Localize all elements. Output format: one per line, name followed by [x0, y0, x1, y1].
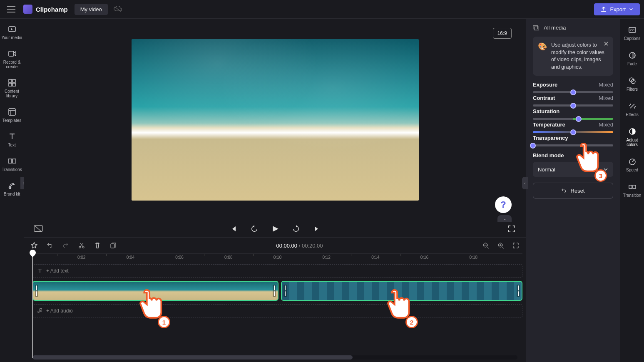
right-panel-collapse-handle[interactable]: ‹ — [522, 177, 528, 189]
ruler-tick: 0:10 — [274, 255, 281, 260]
svg-rect-4 — [9, 83, 12, 86]
tip-box: 🎨 Use adjust colors to modify the color … — [533, 37, 613, 76]
clip-trim-end[interactable] — [517, 285, 520, 298]
player-controls — [24, 221, 526, 237]
slider-transparency: Transparency — [533, 135, 613, 146]
nav-record-create[interactable]: Record &create — [0, 48, 24, 70]
tool-effects[interactable]: Effects — [620, 101, 644, 118]
svg-rect-5 — [12, 83, 15, 86]
export-label: Export — [610, 6, 626, 12]
temperature-slider[interactable] — [533, 131, 613, 133]
tool-fade[interactable]: Fade — [620, 50, 644, 67]
contrast-slider[interactable] — [533, 104, 613, 107]
playhead[interactable] — [32, 254, 33, 358]
svg-rect-28 — [633, 185, 636, 188]
transition-icon — [628, 182, 637, 191]
zoom-fit-button[interactable] — [512, 241, 520, 250]
tool-captions[interactable]: CCCaptions — [620, 25, 644, 42]
tool-transition[interactable]: Transition — [620, 181, 644, 198]
skip-end-button[interactable] — [312, 224, 322, 234]
left-sidebar: Your mediaRecord &createContentlibraryTe… — [0, 19, 24, 362]
fullscreen-button[interactable] — [507, 224, 517, 234]
video-clip-2[interactable] — [281, 281, 522, 301]
slider-saturation: Saturation — [533, 108, 613, 120]
menu-button[interactable] — [4, 2, 18, 16]
step-back-button[interactable] — [249, 224, 259, 234]
slider-thumb[interactable] — [570, 89, 576, 95]
panel-collapse-handle[interactable]: ⌄ — [497, 215, 512, 222]
nav-transitions[interactable]: Transitions — [0, 156, 24, 173]
text-track[interactable]: + Add text — [32, 264, 522, 278]
ruler-tick: 0:04 — [127, 255, 134, 260]
project-name-field[interactable]: My video — [75, 4, 108, 15]
ruler-tick: 0:06 — [175, 255, 183, 260]
upload-icon — [601, 6, 607, 12]
svg-rect-1 — [9, 51, 14, 56]
your-media-icon — [7, 25, 17, 34]
video-clip-1[interactable] — [32, 281, 278, 301]
zoom-in-button[interactable] — [497, 241, 505, 250]
tip-close-button[interactable] — [602, 40, 610, 47]
app-name: Clipchamp — [36, 6, 68, 13]
timecode-display: 00:00.00 / 00:20.00 — [276, 243, 323, 249]
slider-thumb[interactable] — [570, 129, 576, 135]
exposure-slider[interactable] — [533, 91, 613, 93]
step-forward-button[interactable] — [291, 224, 301, 234]
aspect-ratio-button[interactable]: 16:9 — [493, 28, 512, 39]
properties-panel: ‹ All media 🎨 Use adjust colors to modif… — [526, 19, 620, 362]
play-button[interactable] — [270, 224, 280, 234]
svg-rect-16 — [533, 25, 538, 29]
ruler-tick: 0:14 — [371, 255, 379, 260]
palette-emoji-icon: 🎨 — [538, 42, 547, 71]
nav-templates[interactable]: Templates — [0, 107, 24, 124]
timeline-tracks: + Add text 1 — [32, 264, 522, 355]
slider-contrast: ContrastMixed — [533, 95, 613, 107]
captions-toggle-button[interactable] — [33, 224, 43, 234]
record-create-icon — [7, 49, 17, 58]
help-button[interactable]: ? — [495, 196, 512, 213]
skip-start-button[interactable] — [229, 224, 239, 234]
delete-button[interactable] — [93, 241, 102, 250]
blend-mode-value: Normal — [538, 166, 555, 173]
fade-icon — [628, 51, 637, 60]
transparency-slider[interactable] — [533, 144, 613, 146]
zoom-out-button[interactable] — [482, 241, 490, 250]
sync-off-icon[interactable] — [113, 4, 123, 14]
text-icon — [7, 132, 17, 141]
export-button[interactable]: Export — [594, 3, 640, 15]
panel-scope: All media — [533, 25, 613, 31]
split-button[interactable] — [77, 241, 86, 250]
filters-icon — [628, 76, 637, 85]
total-time: 00:20.00 — [302, 243, 323, 249]
tool-filters[interactable]: Filters — [620, 75, 644, 92]
nav-content-library[interactable]: Contentlibrary — [0, 77, 24, 99]
saturation-slider[interactable] — [533, 118, 613, 120]
slider-thumb[interactable] — [570, 103, 576, 109]
brand-kit-icon — [7, 181, 17, 190]
nav-text[interactable]: Text — [0, 131, 24, 148]
close-icon — [604, 41, 609, 46]
effects-icon — [628, 102, 637, 111]
duplicate-button[interactable] — [109, 241, 117, 250]
undo-button[interactable] — [46, 241, 54, 250]
timeline-ruler[interactable]: 0:020:040:060:080:100:120:140:160:18 — [32, 253, 522, 264]
slider-temperature: TemperatureMixed — [533, 121, 613, 133]
clipchamp-logo-icon — [23, 5, 32, 14]
tool-adjust-colors[interactable]: Adjustcolors — [620, 126, 644, 148]
slider-thumb[interactable] — [530, 143, 536, 149]
preview-canvas[interactable] — [132, 39, 419, 201]
nav-your-media[interactable]: Your media — [0, 24, 24, 41]
stack-icon — [533, 25, 540, 31]
timeline-scrollbar[interactable] — [32, 355, 517, 360]
svg-rect-17 — [535, 27, 539, 30]
redo-button[interactable] — [62, 241, 70, 250]
clip-trim-start[interactable] — [283, 285, 287, 298]
clip-trim-end[interactable] — [273, 285, 276, 298]
tool-speed[interactable]: Speed — [620, 156, 644, 173]
blend-mode-select[interactable]: Normal — [533, 162, 613, 177]
reset-button[interactable]: Reset — [533, 183, 613, 198]
slider-thumb[interactable] — [576, 116, 582, 122]
auto-compose-button[interactable] — [30, 241, 38, 250]
clip-trim-start[interactable] — [35, 285, 38, 298]
audio-track[interactable]: + Add audio — [32, 304, 522, 317]
